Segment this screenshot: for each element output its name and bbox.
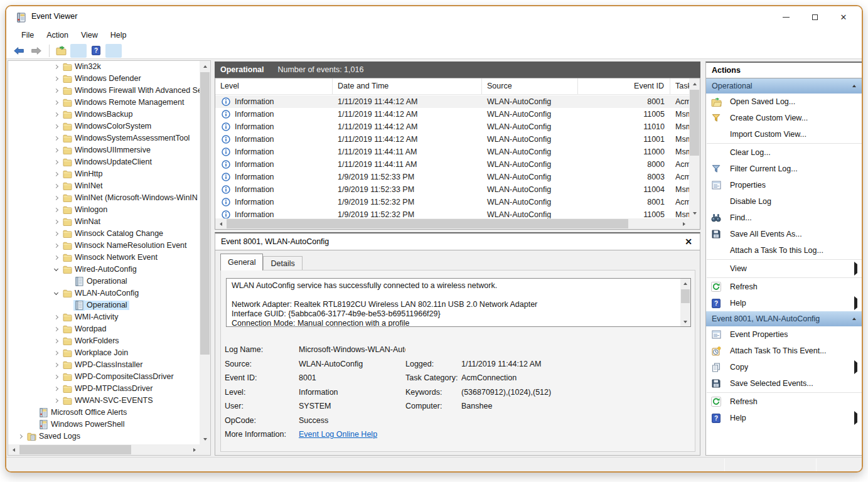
scroll-down-arrow[interactable] bbox=[680, 317, 690, 326]
chevron-collapsed-icon[interactable] bbox=[51, 348, 62, 358]
tree-item-windows-powershell[interactable]: Windows PowerShell bbox=[8, 419, 200, 431]
back-button[interactable] bbox=[11, 44, 27, 58]
tree-item-winlogon[interactable]: Winlogon bbox=[8, 204, 200, 216]
event-row[interactable]: Information1/11/2019 11:44:12 AMWLAN-Aut… bbox=[215, 133, 689, 146]
message-vertical-scrollbar[interactable] bbox=[680, 279, 690, 326]
event-row[interactable]: Information1/9/2019 11:52:32 PMWLAN-Auto… bbox=[215, 208, 689, 218]
tree-item-winsock-nameresolution-event[interactable]: Winsock NameResolution Event bbox=[8, 240, 200, 252]
chevron-collapsed-icon[interactable] bbox=[51, 396, 62, 406]
tree-item-workplace-join[interactable]: Workplace Join bbox=[8, 347, 200, 359]
chevron-collapsed-icon[interactable] bbox=[51, 146, 62, 156]
tree-item-wpd-classinstaller[interactable]: WPD-ClassInstaller bbox=[8, 359, 200, 371]
chevron-collapsed-icon[interactable] bbox=[51, 205, 62, 215]
tree-item-wmi-activity[interactable]: WMI-Activity bbox=[8, 311, 200, 323]
tree-item-winnat[interactable]: WinNat bbox=[8, 216, 200, 228]
action-filter-current-log[interactable]: Filter Current Log... bbox=[706, 161, 862, 177]
column-header-level[interactable]: Level bbox=[215, 78, 333, 94]
toggle-console-tree-button[interactable] bbox=[70, 44, 87, 58]
menu-view[interactable]: View bbox=[75, 29, 104, 42]
tree-item-wininet[interactable]: WinINet bbox=[8, 180, 200, 192]
tree-item-wordpad[interactable]: Wordpad bbox=[8, 323, 200, 335]
minimize-button[interactable] bbox=[771, 6, 800, 28]
action-properties[interactable]: Properties bbox=[706, 177, 862, 193]
chevron-collapsed-icon[interactable] bbox=[51, 313, 62, 323]
tree-item-wwan-svc-events[interactable]: WWAN-SVC-EVENTS bbox=[8, 395, 200, 407]
event-message-box[interactable]: WLAN AutoConfig service has successfully… bbox=[226, 278, 691, 327]
action-view[interactable]: View bbox=[706, 260, 862, 277]
tree-item-wpd-compositeclassdriver[interactable]: WPD-CompositeClassDriver bbox=[8, 371, 200, 383]
scroll-down-arrow[interactable] bbox=[689, 208, 700, 218]
tree-item-windowsupdateclient[interactable]: WindowsUpdateClient bbox=[8, 156, 200, 168]
tree-item-winhttp[interactable]: WinHttp bbox=[8, 168, 200, 180]
scroll-up-arrow[interactable] bbox=[200, 61, 210, 72]
tree-item-wlan-autoconfig[interactable]: WLAN-AutoConfig bbox=[8, 287, 200, 299]
maximize-button[interactable] bbox=[800, 6, 829, 28]
event-row[interactable]: Information1/11/2019 11:44:12 AMWLAN-Aut… bbox=[215, 95, 689, 108]
actions-section-header-event-8001-wlan-autoconfig[interactable]: Event 8001, WLAN-AutoConfig bbox=[706, 311, 862, 326]
action-save-all-events-as[interactable]: Save All Events As... bbox=[706, 226, 862, 242]
tree-item-win32k[interactable]: Win32k bbox=[8, 61, 200, 73]
chevron-collapsed-icon[interactable] bbox=[51, 229, 62, 239]
column-header-event-id[interactable]: Event ID bbox=[578, 78, 670, 94]
chevron-collapsed-icon[interactable] bbox=[51, 253, 62, 263]
action-event-properties[interactable]: Event Properties bbox=[706, 326, 862, 343]
event-row[interactable]: Information1/9/2019 11:52:32 PMWLAN-Auto… bbox=[215, 196, 689, 208]
chevron-collapsed-icon[interactable] bbox=[51, 241, 62, 251]
action-clear-log[interactable]: Clear Log... bbox=[706, 144, 862, 161]
action-import-custom-view[interactable]: Import Custom View... bbox=[706, 126, 862, 142]
chevron-collapsed-icon[interactable] bbox=[51, 217, 62, 227]
tree-item-wired-autoconfig[interactable]: Wired-AutoConfig bbox=[8, 264, 200, 276]
column-header-source[interactable]: Source bbox=[482, 78, 578, 94]
tree-item-windows-defender[interactable]: Windows Defender bbox=[8, 73, 200, 85]
event-row[interactable]: Information1/9/2019 11:52:33 PMWLAN-Auto… bbox=[215, 183, 689, 196]
action-copy[interactable]: Copy bbox=[706, 359, 862, 375]
menu-action[interactable]: Action bbox=[40, 29, 75, 42]
action-create-custom-view[interactable]: Create Custom View... bbox=[706, 110, 862, 126]
chevron-collapsed-icon[interactable] bbox=[51, 384, 62, 394]
tree-vscroll-thumb[interactable] bbox=[200, 72, 210, 355]
menu-help[interactable]: Help bbox=[104, 29, 133, 42]
tree-item-wpd-mtpclassdriver[interactable]: WPD-MTPClassDriver bbox=[8, 383, 200, 395]
scroll-left-arrow[interactable] bbox=[215, 218, 226, 229]
scroll-right-arrow[interactable] bbox=[678, 218, 689, 229]
action-refresh[interactable]: Refresh bbox=[706, 394, 862, 410]
chevron-collapsed-icon[interactable] bbox=[51, 360, 62, 370]
tree-horizontal-scrollbar[interactable] bbox=[8, 444, 200, 455]
close-button[interactable]: ✕ bbox=[829, 6, 858, 28]
action-attach-task-to-this-event[interactable]: Attach Task To This Event... bbox=[706, 343, 862, 359]
action-find[interactable]: Find... bbox=[706, 210, 862, 226]
close-detail-icon[interactable]: ✕ bbox=[685, 237, 692, 247]
tree-hscroll-thumb[interactable] bbox=[19, 445, 131, 454]
tree-item-windowscolorsystem[interactable]: WindowsColorSystem bbox=[8, 120, 200, 132]
event-row[interactable]: Information1/9/2019 11:52:33 PMWLAN-Auto… bbox=[215, 171, 689, 183]
list-hscroll-thumb[interactable] bbox=[227, 219, 628, 228]
tree-item-windowsuiimmersive[interactable]: WindowsUIImmersive bbox=[8, 144, 200, 156]
event-log-online-help-link[interactable]: Event Log Online Help bbox=[299, 430, 405, 439]
list-vertical-scrollbar[interactable] bbox=[689, 78, 700, 218]
chevron-collapsed-icon[interactable] bbox=[51, 193, 62, 203]
chevron-collapsed-icon[interactable] bbox=[51, 324, 62, 335]
tree-item-microsoft-office-alerts[interactable]: Microsoft Office Alerts bbox=[8, 407, 200, 419]
action-attach-a-task-to-this-log[interactable]: Attach a Task To this Log... bbox=[706, 242, 862, 259]
action-save-selected-events[interactable]: Save Selected Events... bbox=[706, 375, 862, 392]
tree-item-workfolders[interactable]: WorkFolders bbox=[8, 335, 200, 347]
toggle-action-pane-button[interactable] bbox=[105, 44, 122, 58]
column-header-date-and-time[interactable]: Date and Time bbox=[333, 78, 482, 94]
tree-item-operational[interactable]: Operational bbox=[8, 276, 200, 287]
chevron-collapsed-icon[interactable] bbox=[51, 169, 62, 179]
chevron-collapsed-icon[interactable] bbox=[51, 181, 62, 191]
forward-button[interactable] bbox=[28, 44, 45, 58]
action-help[interactable]: ?Help bbox=[706, 410, 862, 426]
scroll-down-arrow[interactable] bbox=[200, 434, 210, 444]
tree-item-winsock-catalog-change[interactable]: Winsock Catalog Change bbox=[8, 228, 200, 240]
chevron-collapsed-icon[interactable] bbox=[51, 74, 62, 84]
action-open-saved-log[interactable]: Open Saved Log... bbox=[706, 94, 862, 110]
event-row[interactable]: Information1/11/2019 11:44:12 AMWLAN-Aut… bbox=[215, 108, 689, 120]
chevron-collapsed-icon[interactable] bbox=[51, 336, 62, 346]
actions-section-header-operational[interactable]: Operational bbox=[706, 78, 862, 94]
chevron-expanded-icon[interactable] bbox=[51, 265, 62, 275]
export-button[interactable] bbox=[53, 44, 69, 58]
chevron-collapsed-icon[interactable] bbox=[51, 122, 62, 132]
tree-item-windows-remote-management[interactable]: Windows Remote Management bbox=[8, 97, 200, 109]
action-disable-log[interactable]: Disable Log bbox=[706, 193, 862, 210]
